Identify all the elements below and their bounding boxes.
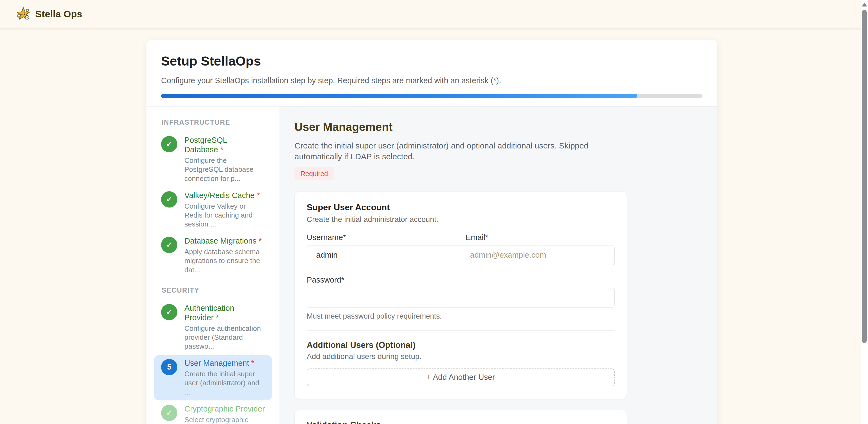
sidebar-item-database-migrations[interactable]: ✓ Database Migrations* Apply database sc… xyxy=(154,233,272,278)
step-title: Cryptographic Provider xyxy=(184,404,265,414)
email-input[interactable] xyxy=(461,246,615,265)
required-asterisk: * xyxy=(220,145,223,154)
step-marker: 5 xyxy=(167,363,171,371)
step-description-text: Create the initial super user (administr… xyxy=(294,140,595,162)
username-email-row: Username* Email* xyxy=(307,233,615,265)
email-cell xyxy=(461,246,615,265)
add-another-user-button[interactable]: + Add Another User xyxy=(307,368,615,386)
step-check-icon: ✓ xyxy=(161,304,177,320)
wizard-body: INFRASTRUCTURE ✓ PostgreSQL Database* Co… xyxy=(147,106,717,424)
password-block: Password* Must meet password policy requ… xyxy=(307,275,615,321)
page-title: Setup StellaOps xyxy=(161,55,703,68)
password-input[interactable] xyxy=(307,288,615,308)
scrollbar-thumb[interactable] xyxy=(862,10,867,343)
step-title: Database Migrations* xyxy=(184,236,265,246)
email-label: Email* xyxy=(461,233,615,242)
step-description: Configure the PostgreSQL database connec… xyxy=(184,156,265,183)
step-title: Authentication Provider* xyxy=(184,303,265,322)
step-marker: ✓ xyxy=(166,409,173,417)
username-input[interactable] xyxy=(307,246,461,265)
super-user-account-card: Super User Account Create the initial ad… xyxy=(294,191,627,399)
required-asterisk: * xyxy=(257,191,260,200)
step-title: User Management* xyxy=(184,358,265,368)
setup-progress-bar xyxy=(161,94,702,98)
setup-wizard-card: Setup StellaOps Configure your StellaOps… xyxy=(147,40,717,424)
sidebar-item-valkey-redis-cache[interactable]: ✓ Valkey/Redis Cache* Configure Valkey o… xyxy=(154,188,272,233)
page-scrollbar[interactable] xyxy=(861,0,868,424)
validation-checks-card: Validation Checks connectivity Check pas… xyxy=(294,410,627,424)
step-description: Apply database schema migrations to ensu… xyxy=(184,247,265,274)
step-description: Create the initial super user (administr… xyxy=(184,369,265,397)
required-asterisk: * xyxy=(251,359,254,367)
step-marker: ✓ xyxy=(166,240,173,249)
required-asterisk: * xyxy=(259,236,262,245)
page-subtitle: Configure your StellaOps installation st… xyxy=(161,76,703,85)
validation-checks-title: Validation Checks xyxy=(307,420,615,424)
username-label: Username* xyxy=(307,233,461,242)
sidebar-item-postgresql-database[interactable]: ✓ PostgreSQL Database* Configure the Pos… xyxy=(154,132,272,187)
sidebar-item-user-management[interactable]: 5 User Management* Create the initial su… xyxy=(154,355,272,400)
step-check-icon: ✓ xyxy=(161,405,177,421)
progress-fill xyxy=(161,94,637,98)
step-heading: User Management xyxy=(294,121,717,134)
section-label-security: SECURITY xyxy=(162,286,272,294)
brand-name: Stella Ops xyxy=(35,9,82,20)
brand[interactable]: Stella Ops xyxy=(16,7,82,21)
step-description: Configure authentication provider (Stand… xyxy=(184,324,265,351)
step-number-badge: 5 xyxy=(161,359,177,375)
step-title: Valkey/Redis Cache* xyxy=(184,191,265,200)
section-label-infrastructure: INFRASTRUCTURE xyxy=(162,119,272,126)
additional-users-subtitle: Add additional users during setup. xyxy=(307,352,615,361)
wizard-header: Setup StellaOps Configure your StellaOps… xyxy=(147,40,717,106)
additional-users-title: Additional Users (Optional) xyxy=(307,340,615,350)
step-content-panel: User Management Create the initial super… xyxy=(279,106,717,424)
username-email-input-group xyxy=(307,245,615,265)
step-description: Select cryptographic algorithms for sign… xyxy=(184,415,265,424)
required-badge: Required xyxy=(294,167,334,181)
step-check-icon: ✓ xyxy=(161,191,177,207)
sidebar-item-cryptographic-provider[interactable]: ✓ Cryptographic Provider Select cryptogr… xyxy=(154,401,272,424)
scrollbar-up-arrow-icon[interactable] xyxy=(862,3,867,6)
super-user-card-subtitle: Create the initial administrator account… xyxy=(307,215,615,224)
step-marker: ✓ xyxy=(166,140,173,149)
required-asterisk: * xyxy=(216,313,219,322)
page-background: Setup StellaOps Configure your StellaOps… xyxy=(0,28,868,424)
password-helper-text: Must meet password policy requirements. xyxy=(307,312,615,321)
star-mascot-icon xyxy=(16,7,30,21)
password-label: Password* xyxy=(307,275,344,284)
steps-sidebar: INFRASTRUCTURE ✓ PostgreSQL Database* Co… xyxy=(147,106,279,424)
step-check-icon: ✓ xyxy=(161,136,177,152)
topbar: Stella Ops xyxy=(0,0,868,28)
sidebar-item-authentication-provider[interactable]: ✓ Authentication Provider* Configure aut… xyxy=(154,300,272,355)
step-description: Configure Valkey or Redis for caching an… xyxy=(184,202,265,229)
step-marker: ✓ xyxy=(166,308,173,317)
step-marker: ✓ xyxy=(166,195,173,204)
super-user-card-title: Super User Account xyxy=(307,202,615,213)
step-title: PostgreSQL Database* xyxy=(184,135,265,155)
step-check-icon: ✓ xyxy=(161,237,177,253)
username-cell xyxy=(307,246,461,265)
